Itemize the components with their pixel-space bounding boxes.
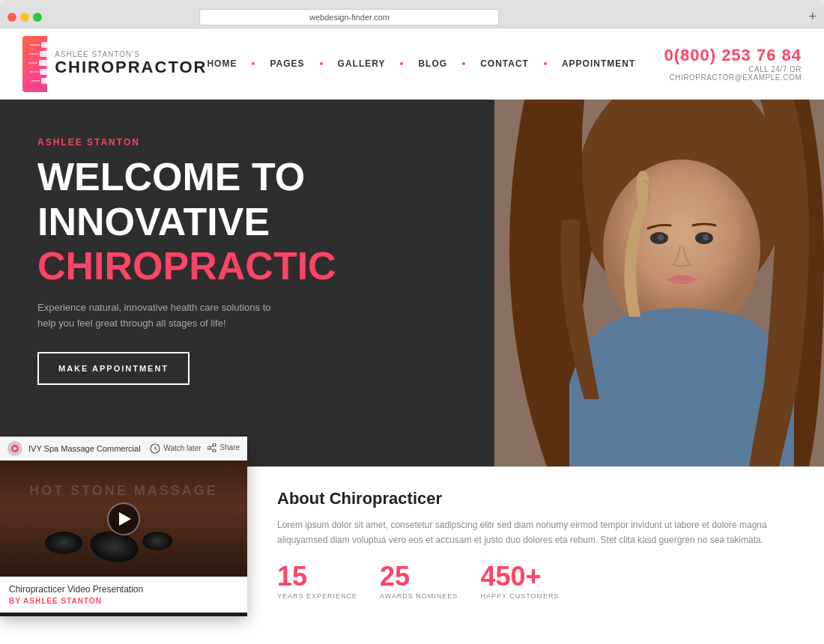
video-panel: IVY Spa Massage Commercial Watch later [0, 437, 247, 616]
video-actions: Watch later Share [150, 443, 240, 454]
stat-customers-label: HAPPY CUSTOMERS [480, 592, 559, 601]
hero-person-bg [360, 100, 824, 467]
svg-point-32 [213, 449, 216, 452]
stone-3 [142, 532, 172, 550]
logo-title: CHIROPRACTOR [55, 58, 207, 76]
svg-point-24 [658, 234, 664, 240]
website-container: ASHLEE STANTON'S CHIROPRACTOR HOME PAGES… [0, 28, 824, 644]
stat-years-label: YEARS EXPERIENCE [277, 592, 357, 601]
watch-later-button[interactable]: Watch later [150, 443, 202, 454]
nav-contact[interactable]: CONTACT [480, 58, 529, 69]
logo-text: ASHLEE STANTON'S CHIROPRACTOR [55, 50, 207, 76]
address-bar[interactable]: webdesign-finder.com [199, 9, 499, 25]
hero-title-pink: CHIROPRACTIC [37, 246, 336, 287]
svg-point-31 [213, 443, 216, 446]
video-thumbnail[interactable]: HOT STONE MASSAGE [0, 461, 247, 577]
hero-section: ASHLEE STANTON WELCOME TO INNOVATIVE CHI… [0, 100, 824, 467]
call-info: CALL 24/7 OR CHIROPRACTOR@EXAMPLE.COM [635, 65, 802, 82]
main-nav: HOME PAGES GALLERY BLOG CONTACT APPOINTM… [207, 58, 635, 69]
stat-customers: 450+ HAPPY CUSTOMERS [480, 563, 559, 601]
watch-later-label: Watch later [163, 444, 201, 452]
nav-blog[interactable]: BLOG [418, 58, 447, 69]
svg-rect-17 [360, 100, 509, 467]
stats-row: 15 YEARS EXPERIENCE 25 AWARDS NOMINEES 4… [277, 563, 794, 601]
nav-dot-2 [320, 62, 323, 65]
video-caption-sub: BY ASHLEE STANTON [9, 597, 238, 605]
nav-pages[interactable]: PAGES [270, 58, 304, 69]
stat-awards: 25 AWARDS NOMINEES [380, 563, 458, 601]
video-caption: Chiropracticer Video Presentation BY ASH… [0, 577, 247, 613]
site-header: ASHLEE STANTON'S CHIROPRACTOR HOME PAGES… [0, 28, 824, 100]
stat-awards-label: AWARDS NOMINEES [380, 592, 458, 601]
stat-customers-number: 450+ [480, 563, 559, 590]
video-toolbar: IVY Spa Massage Commercial Watch later [0, 437, 247, 461]
svg-line-34 [210, 446, 213, 447]
maximize-dot[interactable] [33, 13, 42, 22]
stat-years: 15 YEARS EXPERIENCE [277, 563, 357, 601]
nav-dot-1 [252, 62, 255, 65]
play-button[interactable] [107, 502, 140, 535]
about-panel: About Chiropracticer Lorem ipsum dolor s… [247, 467, 824, 644]
video-caption-title: Chiropracticer Video Presentation [9, 584, 238, 595]
svg-line-35 [210, 449, 213, 450]
minimize-dot[interactable] [20, 13, 29, 22]
logo-area: ASHLEE STANTON'S CHIROPRACTOR [22, 36, 207, 92]
video-overlay-text: HOT STONE MASSAGE [0, 483, 247, 499]
play-icon [119, 512, 131, 526]
video-title: IVY Spa Massage Commercial [28, 444, 144, 453]
nav-appointment[interactable]: APPOINTMENT [562, 58, 635, 69]
new-tab-button[interactable]: + [808, 9, 817, 25]
svg-point-25 [703, 234, 709, 240]
nav-dot-4 [462, 62, 465, 65]
stat-years-number: 15 [277, 563, 357, 590]
stone-1 [45, 532, 82, 554]
phone-number[interactable]: 0(800) 253 76 84 [635, 46, 802, 65]
close-dot[interactable] [7, 13, 16, 22]
hero-description: Experience natural, innovative health ca… [37, 300, 277, 332]
about-title: About Chiropracticer [277, 489, 794, 508]
logo-icon [22, 36, 47, 92]
stat-awards-number: 25 [380, 563, 458, 590]
hero-name-label: ASHLEE STANTON [37, 137, 336, 148]
hero-title-line2: INNOVATIVE [37, 201, 336, 243]
video-icon [7, 441, 22, 456]
share-label: Share [219, 443, 240, 452]
make-appointment-button[interactable]: MAKE APPOINTMENT [37, 352, 190, 385]
about-text: Lorem ipsum dolor sit amet, consetetur s… [277, 517, 794, 548]
browser-dots [7, 13, 42, 22]
share-button[interactable]: Share [207, 443, 240, 454]
nav-dot-5 [544, 62, 547, 65]
svg-line-30 [155, 449, 157, 450]
nav-gallery[interactable]: GALLERY [338, 58, 386, 69]
svg-point-33 [207, 446, 210, 449]
hero-content: ASHLEE STANTON WELCOME TO INNOVATIVE CHI… [37, 137, 336, 385]
hero-title-line1: WELCOME TO [37, 157, 336, 198]
header-right: 0(800) 253 76 84 CALL 24/7 OR CHIROPRACT… [635, 46, 802, 82]
nav-home[interactable]: HOME [207, 58, 237, 69]
browser-chrome: webdesign-finder.com + [0, 0, 824, 28]
nav-dot-3 [400, 62, 403, 65]
url-text: webdesign-finder.com [309, 13, 390, 22]
bottom-section: IVY Spa Massage Commercial Watch later [0, 467, 824, 644]
